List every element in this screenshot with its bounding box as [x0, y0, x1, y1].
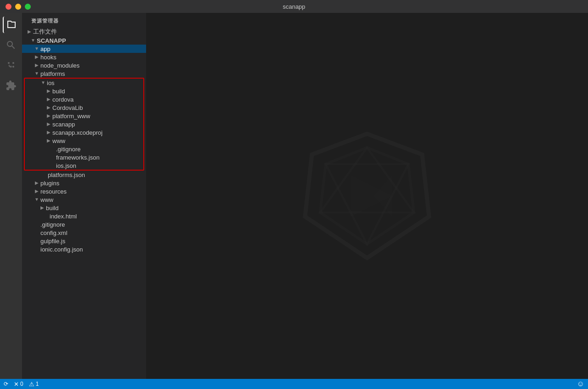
statusbar: ⟳ ✕ 0 ⚠ 1 ☺: [0, 379, 588, 389]
files-activity-icon[interactable]: [3, 17, 19, 33]
tree-item-platforms-json[interactable]: platforms.json: [22, 171, 146, 179]
gulpfile-label: gulpfile.js: [40, 238, 146, 245]
hooks-label: hooks: [40, 54, 146, 61]
xcodeproj-chevron: [45, 129, 52, 136]
statusbar-right: ☺: [577, 380, 584, 388]
node-modules-chevron: [33, 62, 40, 69]
gitignore-root-label: .gitignore: [40, 221, 146, 228]
ios-group: ios build cordova CordovaLib platform_ww…: [24, 78, 144, 171]
tree-item-index-html[interactable]: index.html: [22, 212, 146, 220]
tree-item-platforms[interactable]: platforms: [22, 69, 146, 78]
tree-item-www-root[interactable]: www: [22, 195, 146, 204]
hooks-chevron: [33, 53, 40, 61]
www-ios-chevron: [45, 137, 52, 144]
error-icon: ✕: [14, 381, 19, 388]
node-modules-label: node_modules: [40, 62, 146, 69]
cordovalib-label: CordovaLib: [52, 104, 143, 111]
cordova-chevron: [45, 96, 52, 103]
tree-item-config-xml[interactable]: config.xml: [22, 229, 146, 237]
project-label[interactable]: SCANAPP: [22, 36, 146, 45]
workspace-chevron: [26, 28, 33, 35]
titlebar: scanapp: [0, 0, 588, 13]
window-title: scanapp: [283, 3, 305, 10]
ionic-config-label: ionic.config.json: [40, 246, 146, 253]
tree-item-gitignore-root[interactable]: .gitignore: [22, 220, 146, 229]
search-activity-icon[interactable]: [3, 37, 19, 53]
statusbar-warnings[interactable]: ⚠ 1: [29, 381, 39, 388]
xcodeproj-label: scanapp.xcodeproj: [52, 129, 143, 136]
tree-item-www-ios[interactable]: www: [25, 137, 143, 145]
platforms-label: platforms: [40, 70, 146, 77]
tree-item-scanapp-folder[interactable]: scanapp: [25, 120, 143, 128]
tree-item-frameworks-json[interactable]: frameworks.json: [25, 153, 143, 161]
ios-label: ios: [47, 80, 143, 86]
app-label: app: [40, 46, 146, 52]
project-chevron: [29, 37, 37, 44]
www-root-label: www: [40, 196, 146, 203]
ios-json-label: ios.json: [56, 162, 143, 169]
window-controls: [6, 4, 31, 10]
tree-item-platform-www[interactable]: platform_www: [25, 112, 143, 120]
build-label: build: [52, 88, 143, 95]
scanapp-folder-label: scanapp: [52, 121, 143, 128]
tree-item-plugins[interactable]: plugins: [22, 179, 146, 187]
warning-icon: ⚠: [29, 381, 34, 388]
build-www-chevron: [39, 204, 46, 212]
tree-item-node-modules[interactable]: node_modules: [22, 61, 146, 69]
platform-www-chevron: [45, 112, 52, 120]
config-xml-label: config.xml: [40, 229, 146, 236]
tree-item-resources[interactable]: resources: [22, 187, 146, 195]
tree-item-cordova[interactable]: cordova: [25, 95, 143, 103]
www-ios-label: www: [52, 137, 143, 144]
ios-chevron: [40, 79, 47, 86]
scanapp-folder-chevron: [45, 120, 52, 128]
platform-www-label: platform_www: [52, 113, 143, 120]
workspace-name: 工作文件: [33, 28, 146, 36]
tree-item-ionic-config[interactable]: ionic.config.json: [22, 245, 146, 253]
app-chevron: [33, 45, 40, 52]
cordova-label: cordova: [52, 96, 143, 103]
minimize-button[interactable]: [15, 4, 21, 10]
tree-item-gitignore-ios[interactable]: .gitignore: [25, 145, 143, 153]
platforms-json-label: platforms.json: [48, 172, 146, 178]
vscode-logo: [298, 127, 436, 265]
workspace-label[interactable]: 工作文件: [22, 27, 146, 36]
tree-item-cordovalib[interactable]: CordovaLib: [25, 103, 143, 112]
resources-label: resources: [40, 188, 146, 195]
tree-item-hooks[interactable]: hooks: [22, 53, 146, 61]
build-chevron: [45, 87, 52, 95]
platforms-chevron: [33, 70, 40, 77]
index-html-label: index.html: [50, 213, 146, 220]
build-www-label: build: [46, 205, 146, 212]
statusbar-sync[interactable]: ⟳: [4, 381, 8, 387]
warning-count: 1: [36, 381, 39, 387]
cordovalib-chevron: [45, 104, 52, 111]
www-root-chevron: [33, 196, 40, 203]
tree-item-gulpfile[interactable]: gulpfile.js: [22, 237, 146, 245]
sync-icon: ⟳: [4, 381, 8, 387]
tree-item-xcodeproj[interactable]: scanapp.xcodeproj: [25, 128, 143, 137]
sidebar: 资源管理器 工作文件 SCANAPP app hooks node_module…: [22, 13, 146, 379]
close-button[interactable]: [6, 4, 11, 10]
gitignore-ios-label: .gitignore: [56, 146, 143, 153]
tree-item-app[interactable]: app: [22, 45, 146, 53]
maximize-button[interactable]: [25, 4, 31, 10]
main-layout: 资源管理器 工作文件 SCANAPP app hooks node_module…: [0, 13, 588, 379]
project-name: SCANAPP: [37, 37, 146, 44]
tree-item-build[interactable]: build: [25, 87, 143, 95]
smiley-icon[interactable]: ☺: [577, 380, 584, 388]
sidebar-header: 资源管理器: [22, 13, 146, 27]
editor-area: [146, 13, 588, 379]
source-control-activity-icon[interactable]: [3, 57, 19, 74]
plugins-chevron: [33, 179, 40, 187]
tree-item-ios[interactable]: ios: [25, 79, 143, 87]
activity-bar: [0, 13, 22, 379]
statusbar-errors[interactable]: ✕ 0: [14, 381, 23, 388]
tree-item-build-www[interactable]: build: [22, 204, 146, 212]
extensions-activity-icon[interactable]: [3, 77, 19, 94]
error-count: 0: [20, 381, 23, 387]
resources-chevron: [33, 188, 40, 195]
plugins-label: plugins: [40, 180, 146, 187]
frameworks-json-label: frameworks.json: [56, 154, 143, 161]
tree-item-ios-json[interactable]: ios.json: [25, 161, 143, 170]
